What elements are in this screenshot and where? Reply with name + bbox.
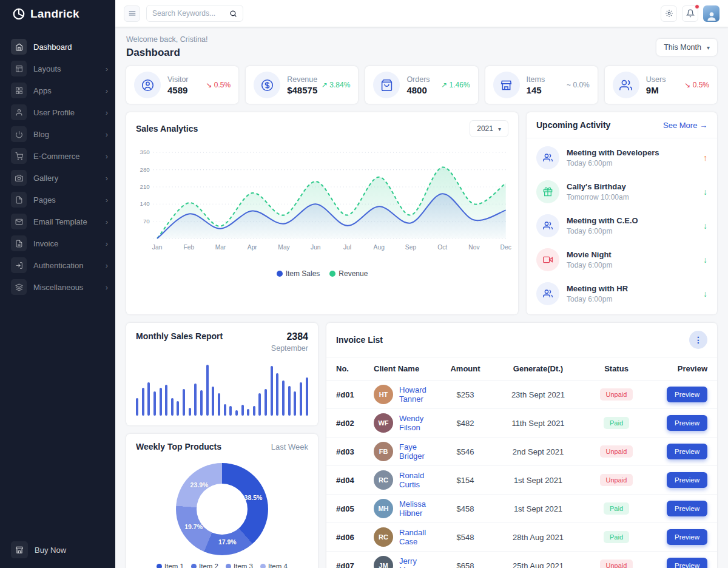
user-circle-icon: [134, 72, 161, 98]
monthly-sales-value: 2384: [271, 331, 308, 342]
preview-button[interactable]: Preview: [667, 472, 707, 488]
sidebar-item-authentication[interactable]: Authentication›: [0, 255, 115, 276]
svg-text:350: 350: [140, 149, 150, 155]
trend-indicator: ↘ 0.5%: [684, 81, 709, 89]
stat-card-revenue: Revenue$48575 ↗ 3.84%: [246, 66, 358, 104]
svg-text:70: 70: [143, 218, 150, 225]
file-icon: [11, 192, 27, 208]
table-row: #d04RCRonald Curtis$1541st Sept 2021Unpa…: [326, 466, 717, 495]
bar: [153, 391, 156, 416]
shopping-bag-icon: [373, 72, 400, 98]
bar: [147, 382, 150, 416]
client-name-link[interactable]: Howard Tanner: [399, 385, 438, 404]
power-icon: [11, 126, 27, 142]
invoice-amount: $253: [438, 390, 493, 399]
activity-item[interactable]: Cally's BirthdayTomorrow 10:00am ↓: [527, 175, 717, 209]
preview-button[interactable]: Preview: [667, 529, 707, 545]
see-more-link[interactable]: See More →: [663, 121, 707, 130]
layers-icon: [11, 279, 27, 295]
store-icon: [493, 72, 520, 98]
donut-slice-label: 17.9%: [218, 538, 237, 546]
bar: [160, 388, 162, 416]
search-icon[interactable]: [229, 10, 237, 18]
svg-text:Mar: Mar: [215, 244, 226, 251]
welcome-text: Welcome back, Cristina!: [126, 35, 208, 44]
bar: [265, 389, 267, 416]
table-row: #d01HTHoward Tanner$25323th Sept 2021Unp…: [326, 380, 717, 409]
sidebar-item-pages[interactable]: Pages›: [0, 189, 115, 210]
table-row: #d02WFWendy Filson$48211th Sept 2021Paid…: [326, 409, 717, 438]
client-name-link[interactable]: Faye Bridger: [399, 442, 438, 461]
sidebar-item-blog[interactable]: Blog›: [0, 124, 115, 144]
invoice-amount: $154: [438, 476, 493, 485]
client-name-link[interactable]: Wendy Filson: [399, 414, 438, 432]
sidebar-item-user-profile[interactable]: User Profile›: [0, 102, 115, 123]
sidebar-item-ecommerce[interactable]: E-Commerce›: [0, 146, 115, 166]
gift-icon: [536, 180, 559, 203]
dollar-circle-icon: [254, 72, 280, 98]
trend-indicator: ↗ 3.84%: [322, 81, 350, 89]
app-title: Landrick: [30, 7, 79, 21]
period-select[interactable]: This Month ▾: [656, 39, 717, 56]
invoice-number: #d01: [336, 390, 374, 399]
invoice-number: #d07: [336, 561, 374, 568]
donut-legend: Item 1 Item 2 Item 3 Item 4: [126, 555, 318, 568]
activity-item[interactable]: Movie NightToday 6:00pm ↓: [527, 243, 717, 277]
client-name-link[interactable]: Ronald Curtis: [399, 471, 438, 489]
invoice-number: #d06: [336, 533, 374, 542]
invoice-amount: $548: [438, 533, 493, 542]
chevron-right-icon: ›: [106, 152, 108, 161]
settings-button[interactable]: [661, 5, 677, 22]
sidebar-item-miscellaneous[interactable]: Miscellaneous›: [0, 277, 115, 297]
activity-item[interactable]: Meeting with C.E.OToday 6:00pm ↓: [527, 209, 717, 243]
home-icon: [11, 39, 27, 55]
sidebar-item-dashboard[interactable]: Dashboard: [0, 36, 115, 57]
sidebar-item-apps[interactable]: Apps›: [0, 80, 115, 101]
activity-item[interactable]: Meeting with HRToday 6:00pm ↓: [527, 277, 717, 311]
invoice-date: 11th Sept 2021: [493, 419, 584, 428]
table-row: #d05MHMelissa Hibner$4581st Sept 2021Pai…: [326, 495, 717, 523]
menu-toggle-button[interactable]: [124, 5, 140, 22]
notifications-button[interactable]: [682, 5, 698, 22]
search-input[interactable]: [152, 9, 229, 18]
search-box: [146, 5, 243, 22]
sidebar-item-layouts[interactable]: Layouts›: [0, 58, 115, 79]
year-select[interactable]: 2021 ▾: [470, 120, 508, 137]
kebab-menu-button[interactable]: ⋮: [689, 331, 707, 349]
weekly-products-title: Weekly Top Products: [136, 442, 221, 451]
line-chart-svg: 70140210280350JanFebMarAprMayJunJulAugSe…: [131, 145, 513, 268]
stat-card-users: Users9M ↘ 0.5%: [605, 66, 717, 104]
sidebar-item-invoice[interactable]: Invoice›: [0, 233, 115, 254]
client-name-link[interactable]: Melissa Hibner: [399, 499, 438, 518]
trend-arrow: ↓: [703, 255, 707, 265]
sidebar-item-gallery[interactable]: Gallery›: [0, 167, 115, 188]
svg-text:May: May: [278, 244, 290, 251]
buy-now-button[interactable]: Buy Now: [0, 535, 115, 568]
status-badge: Unpaid: [600, 474, 633, 486]
client-name-link[interactable]: Jerry Morena: [399, 556, 438, 568]
svg-text:Aug: Aug: [374, 244, 385, 251]
trend-indicator: ↘ 0.5%: [206, 81, 231, 89]
preview-button[interactable]: Preview: [667, 558, 707, 568]
activity-item[interactable]: Meeting with DevelopersToday 6:00pm ↑: [527, 141, 717, 175]
svg-text:140: 140: [140, 200, 150, 207]
table-row: #d03FBFaye Bridger$5462nd Sept 2021Unpai…: [326, 438, 717, 466]
chevron-right-icon: ›: [106, 195, 108, 205]
preview-button[interactable]: Preview: [667, 444, 707, 459]
invoice-amount: $458: [438, 504, 493, 513]
preview-button[interactable]: Preview: [667, 415, 707, 431]
users-icon: [613, 72, 639, 98]
logo[interactable]: Landrick: [0, 0, 115, 28]
monthly-sales-month: September: [271, 344, 308, 353]
preview-button[interactable]: Preview: [667, 387, 707, 402]
sidebar-item-email-template[interactable]: Email Template›: [0, 211, 115, 232]
user-avatar[interactable]: [703, 5, 720, 22]
file-text-icon: [11, 235, 27, 251]
status-badge: Unpaid: [600, 388, 633, 401]
trend-arrow: ↑: [703, 153, 707, 163]
client-name-link[interactable]: Randall Case: [399, 528, 438, 546]
status-badge: Unpaid: [600, 445, 633, 458]
preview-button[interactable]: Preview: [667, 501, 707, 516]
mail-icon: [11, 214, 27, 229]
sales-analytics-card: Sales Analytics 2021 ▾ 7014: [126, 112, 518, 314]
